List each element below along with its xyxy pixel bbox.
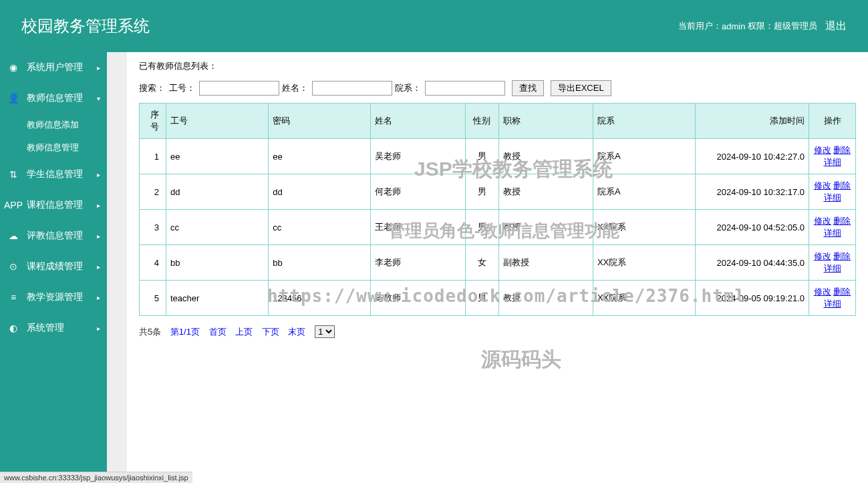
sidebar-item-1[interactable]: 👤教师信息管理▾ [0,83,107,114]
col-header: 性别 [465,104,498,139]
col-header: 姓名 [371,104,465,139]
sidebar-icon: ◐ [7,323,20,333]
sidebar-icon: ☁ [7,230,20,241]
sidebar-label: 教师信息管理 [27,92,83,104]
cell-gender: 男 [465,174,498,210]
sidebar-label: 评教信息管理 [27,230,83,242]
sidebar-label: 学生信息管理 [27,168,83,180]
export-excel-button[interactable]: 导出EXCEL [551,80,611,96]
delete-link[interactable]: 删除 [833,251,851,261]
cell-time: 2024-09-10 04:44:35.0 [696,245,809,281]
current-user-label: 当前用户： [678,20,722,32]
table-row: 1 ee ee 吴老师 男 教授 院系A 2024-09-10 10:42:27… [140,139,856,174]
sidebar-icon: 👤 [7,93,20,104]
delete-link[interactable]: 删除 [833,287,851,297]
chevron-icon: ▸ [97,232,100,240]
sidebar-item-6[interactable]: ≡教学资源管理▸ [0,282,107,313]
sidebar-item-0[interactable]: ◉系统用户管理▸ [0,52,107,83]
cell-action: 修改 删除 详细 [809,245,856,281]
cell-id: ee [166,139,269,174]
search-id-label: 工号： [169,82,195,94]
cell-dept: XX院系 [593,245,695,281]
current-user: admin [722,21,745,31]
chevron-icon: ▸ [97,64,100,71]
sidebar-label: 课程成绩管理 [27,261,83,273]
col-header: 职称 [498,104,593,139]
chevron-icon: ▸ [97,294,100,301]
search-dept-input[interactable] [425,81,505,96]
chevron-icon: ▸ [97,263,100,271]
search-name-label: 姓名： [282,82,308,94]
edit-link[interactable]: 修改 [814,287,831,297]
cell-pwd: 123456 [269,281,371,316]
detail-link[interactable]: 详细 [824,263,841,273]
detail-link[interactable]: 详细 [824,299,841,309]
col-header: 院系 [593,104,695,139]
delete-link[interactable]: 删除 [833,180,851,190]
sidebar-item-2[interactable]: ⇅学生信息管理▸ [0,159,107,190]
page-total: 共5条 [139,327,161,337]
cell-seq: 3 [140,210,166,245]
cell-name: 王老师 [371,210,465,245]
cell-title: 教授 [498,139,593,174]
search-button[interactable]: 查找 [512,80,544,96]
cell-action: 修改 删除 详细 [809,281,856,316]
sidebar-sub-1-0[interactable]: 教师信息添加 [0,114,107,136]
cell-seq: 1 [140,139,166,174]
table-row: 5 teacher 123456 陈教师 男 教授 XX院系 2024-09-0… [140,281,856,316]
role-label: 权限： [748,20,774,32]
cell-id: cc [166,210,269,245]
search-name-input[interactable] [312,81,392,96]
detail-link[interactable]: 详细 [824,228,841,238]
cell-title: 教授 [498,210,593,245]
page-last[interactable]: 末页 [288,327,305,337]
col-header: 密码 [269,104,371,139]
cell-seq: 2 [140,174,166,210]
teacher-table: 序号工号密码姓名性别职称院系添加时间操作 1 ee ee 吴老师 男 教授 院系… [139,103,856,316]
search-label: 搜索： [139,82,165,94]
search-id-input[interactable] [199,81,279,96]
page-prev[interactable]: 上页 [235,327,253,337]
search-bar: 搜索： 工号： 姓名： 院系： 查找 导出EXCEL [139,80,856,96]
cell-name: 吴老师 [371,139,465,174]
app-title: 校园教务管理系统 [21,15,150,37]
sidebar-icon: ≡ [7,292,20,303]
page-select[interactable]: 1 [315,325,335,338]
edit-link[interactable]: 修改 [814,180,831,190]
delete-link[interactable]: 删除 [833,145,851,155]
page-first[interactable]: 首页 [209,327,227,337]
cell-id: bb [166,245,269,281]
sidebar-item-3[interactable]: APP课程信息管理▸ [0,190,107,220]
search-dept-label: 院系： [395,82,421,94]
edit-link[interactable]: 修改 [814,251,831,261]
cell-id: teacher [166,281,269,316]
delete-link[interactable]: 删除 [833,216,851,226]
sidebar-label: 教学资源管理 [27,291,83,303]
col-header: 操作 [809,104,856,139]
main-content: JSP学校教务管理系统 管理员角色-教师信息管理功能 https://www.i… [107,52,868,483]
header: 校园教务管理系统 当前用户： admin 权限： 超级管理员 退出 [0,0,868,52]
cell-action: 修改 删除 详细 [809,210,856,245]
cell-dept: XX院系 [593,281,695,316]
sidebar-icon: ⊙ [7,261,20,272]
status-bar: www.csbishe.cn:33333/jsp_jiaowusys/jiaos… [0,472,192,483]
sidebar-icon: ◉ [7,62,20,73]
cell-name: 何老师 [371,174,465,210]
cell-time: 2024-09-10 10:42:27.0 [696,139,809,174]
page-next[interactable]: 下页 [262,327,279,337]
detail-link[interactable]: 详细 [824,192,841,202]
sidebar-item-4[interactable]: ☁评教信息管理▸ [0,220,107,251]
detail-link[interactable]: 详细 [824,157,841,167]
cell-action: 修改 删除 详细 [809,139,856,174]
col-header: 序号 [140,104,166,139]
sidebar-item-7[interactable]: ◐系统管理▸ [0,313,107,343]
edit-link[interactable]: 修改 [814,145,831,155]
cell-name: 李老师 [371,245,465,281]
edit-link[interactable]: 修改 [814,216,831,226]
sidebar-sub-1-1[interactable]: 教师信息管理 [0,136,107,159]
cell-gender: 男 [465,139,498,174]
sidebar-item-5[interactable]: ⊙课程成绩管理▸ [0,251,107,282]
cell-time: 2024-09-05 09:19:21.0 [696,281,809,316]
cell-pwd: cc [269,210,371,245]
logout-button[interactable]: 退出 [825,19,847,33]
